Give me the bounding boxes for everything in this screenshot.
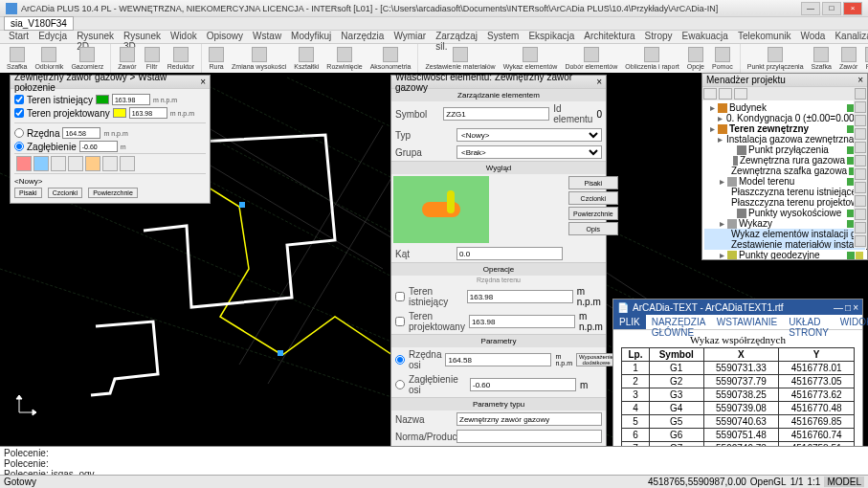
ptype-input[interactable] [456, 412, 602, 426]
side-tool[interactable] [855, 101, 866, 113]
menu-widok[interactable]: Widok [166, 31, 202, 43]
menu-zarządzaj sil.[interactable]: Zarządzaj sil. [431, 31, 482, 43]
powierzchnie-button[interactable]: Powierzchnie [568, 207, 618, 220]
tree-node[interactable]: ▸Punkty geodezyjne [704, 250, 865, 259]
rzedna-osi-radio[interactable] [395, 355, 405, 365]
menu-modyfikuj[interactable]: Modyfikuj [286, 31, 336, 43]
rzedna-radio[interactable] [14, 128, 24, 138]
zaglebienie-radio[interactable] [14, 142, 24, 151]
layer-check[interactable] [14, 95, 24, 104]
tool-3[interactable] [51, 156, 66, 171]
tree-node[interactable]: Punkt przyłączenia [704, 144, 865, 155]
ti-input[interactable] [467, 290, 573, 303]
rzedna-osi-input[interactable] [445, 353, 551, 366]
level-input[interactable] [112, 94, 150, 105]
side-tool[interactable] [855, 142, 866, 153]
text-tab[interactable]: WSTAWIANIE [711, 315, 783, 329]
tree-tool[interactable] [719, 88, 732, 100]
tool-6[interactable] [102, 156, 118, 171]
expand-icon[interactable]: ▸ [718, 218, 725, 229]
tree-tool[interactable] [703, 88, 717, 100]
expand-icon[interactable]: ▸ [708, 123, 716, 134]
expand-icon[interactable]: ▸ [708, 102, 716, 113]
tree-node[interactable]: Płaszczyzna terenu istniejącego [704, 187, 865, 197]
layer-check[interactable] [14, 108, 24, 118]
tree-node[interactable]: Płaszczyzna terenu projektowanego [704, 197, 865, 208]
minimize-button[interactable]: — [801, 2, 820, 15]
tp-check[interactable] [395, 317, 405, 326]
tree-node[interactable]: Zewnętrzna szafka gazowa [704, 166, 865, 176]
side-tool[interactable] [855, 115, 866, 126]
tree-node[interactable]: ▸Model terenu [704, 176, 865, 187]
pisaki-button[interactable]: Pisaki [568, 176, 618, 189]
side-tool[interactable] [855, 168, 866, 180]
tool-5[interactable] [85, 156, 100, 171]
wyposazenie-button[interactable]: Wyposażenie dodatkowe [576, 353, 616, 366]
side-tool[interactable] [855, 128, 866, 140]
expand-icon[interactable]: ▸ [718, 176, 725, 187]
grupa-select[interactable]: <Brak> [456, 145, 602, 159]
side-tool[interactable] [855, 88, 866, 100]
tree-node[interactable]: Zestawienie materiałów instalacji ga [704, 239, 865, 250]
tool-4[interactable] [68, 156, 83, 171]
close-button[interactable]: × [843, 2, 862, 15]
side-tool[interactable] [855, 222, 866, 233]
menu-telekomunik[interactable]: Telekomunik [733, 31, 796, 43]
close-icon[interactable]: × [857, 75, 863, 85]
menu-rysunek 3d[interactable]: Rysunek 3D [119, 31, 166, 43]
menu-start[interactable]: Start [4, 31, 33, 43]
close-icon[interactable]: × [200, 77, 206, 87]
czcionki-button[interactable]: Czcionki [568, 191, 618, 205]
czcionki-button[interactable]: Czcionki [48, 188, 82, 198]
close-button[interactable]: × [853, 302, 858, 313]
side-tool[interactable] [855, 235, 866, 247]
tree-node[interactable]: ▸Teren zewnętrzny [704, 123, 865, 134]
menu-wstaw[interactable]: Wstaw [248, 31, 286, 43]
menu-wymiar[interactable]: Wymiar [389, 31, 431, 43]
layout-tab[interactable]: Układ1 [41, 446, 84, 447]
color-swatch[interactable] [96, 95, 109, 104]
typ-select[interactable]: <Nowy> [456, 128, 602, 142]
expand-icon[interactable]: ▸ [718, 250, 725, 259]
text-tab[interactable]: UKŁAD STRONY [783, 315, 835, 329]
tree-node[interactable]: ▸0. Kondygnacja 0 (±0.00=0.00) [704, 113, 865, 123]
menu-rysunek 2d[interactable]: Rysunek 2D [72, 31, 119, 43]
side-tool[interactable] [855, 155, 866, 166]
text-tab[interactable]: PLIK [613, 315, 646, 329]
layout-tab[interactable]: Model [0, 446, 41, 447]
tree-tool[interactable] [734, 88, 747, 100]
ptype-input[interactable] [456, 430, 602, 443]
menu-opisowy[interactable]: Opisowy [202, 31, 248, 43]
menu-system[interactable]: System [482, 31, 523, 43]
minimize-button[interactable]: — [834, 302, 843, 313]
tree-node[interactable]: Zewnętrzna rura gazowa [704, 155, 865, 166]
text-tab[interactable]: WIDOK [835, 315, 868, 329]
model-indicator[interactable]: MODEL [824, 477, 864, 487]
tree-node[interactable]: ▸Wykazy [704, 218, 865, 229]
text-tab[interactable]: NARZĘDZIA GŁÓWNE [646, 315, 711, 329]
opis-button[interactable]: Opis [568, 222, 618, 235]
color-swatch[interactable] [113, 108, 126, 118]
command-line[interactable]: ModelUkład1Układ2 Polecenie:Polecenie:Po… [0, 446, 868, 475]
zagl-osi-radio[interactable] [395, 380, 405, 389]
menu-edycja[interactable]: Edycja [33, 31, 72, 43]
maximize-button[interactable]: □ [845, 302, 851, 313]
tree-node[interactable]: ▸Instalacja gazowa zewnętrzna [704, 134, 865, 144]
side-tool[interactable] [855, 209, 866, 220]
tool-1[interactable] [16, 156, 32, 171]
side-tool[interactable] [855, 195, 866, 207]
zagl-osi-input[interactable] [470, 378, 576, 391]
menu-kanalizacja[interactable]: Kanalizacja [830, 31, 868, 43]
powierzchnie-button[interactable]: Powierzchnie [88, 188, 138, 198]
menu-ewakuacja[interactable]: Ewakuacja [678, 31, 733, 43]
kat-input[interactable] [456, 247, 563, 260]
tree-node[interactable]: ▸Budynek [704, 102, 865, 113]
symbol-input[interactable] [443, 107, 549, 121]
tp-input[interactable] [469, 315, 575, 328]
ti-check[interactable] [395, 292, 405, 301]
expand-icon[interactable]: ▸ [718, 113, 723, 123]
expand-icon[interactable]: ▸ [718, 134, 723, 144]
side-tool[interactable] [855, 182, 866, 193]
menu-ekspikacja[interactable]: Ekspikacja [523, 31, 579, 43]
tool-7[interactable] [120, 156, 135, 171]
